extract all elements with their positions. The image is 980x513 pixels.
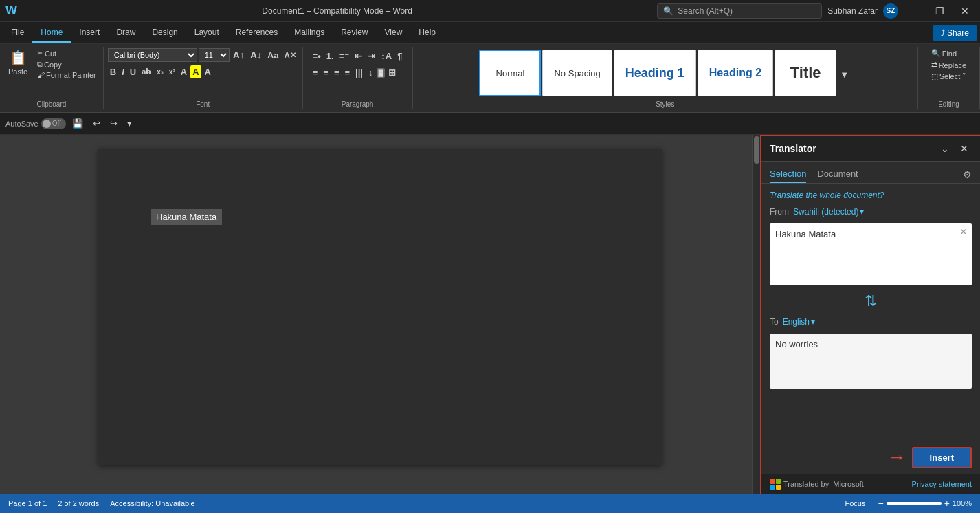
strikethrough-button[interactable]: ab̶	[140, 66, 153, 78]
from-language-button[interactable]: Swahili (detected) ▾	[793, 207, 864, 217]
to-language-label: English	[783, 317, 810, 327]
superscript-button[interactable]: x²	[167, 67, 177, 77]
tab-mailings[interactable]: Mailings	[286, 23, 333, 43]
italic-button[interactable]: I	[120, 65, 126, 78]
insert-button[interactable]: Insert	[912, 447, 972, 468]
decrease-font-button[interactable]: A↓	[248, 48, 264, 62]
zoom-out-button[interactable]: −	[878, 498, 883, 509]
line-spacing-button[interactable]: ↕	[366, 66, 375, 79]
style-heading2[interactable]: Heading 2	[698, 50, 773, 96]
align-center-button[interactable]: ≡	[321, 66, 331, 79]
bold-button[interactable]: B	[108, 65, 118, 78]
title-bar-right: 🔍 Search (Alt+Q) Subhan Zafar SZ — ❐ ✕	[657, 3, 975, 19]
font-name-select[interactable]: Calibri (Body)	[108, 48, 197, 62]
close-button[interactable]: ✕	[955, 3, 975, 19]
style-no-spacing[interactable]: No Spacing	[542, 50, 612, 96]
replace-button[interactable]: ⇄ Replace	[928, 60, 969, 70]
translator-close-button[interactable]: ✕	[957, 142, 972, 155]
tab-layout[interactable]: Layout	[186, 23, 227, 43]
swap-languages-button[interactable]: ⇅	[770, 292, 972, 310]
underline-button[interactable]: U	[128, 65, 138, 78]
translator-settings-button[interactable]: ⚙	[963, 169, 972, 180]
tab-home[interactable]: Home	[32, 23, 71, 43]
select-button[interactable]: ⬚ Select ˅	[928, 72, 970, 82]
sort-button[interactable]: ↕A	[379, 50, 394, 63]
align-left-button[interactable]: ≡	[311, 66, 320, 79]
insert-arrow-icon: →	[887, 446, 906, 468]
numbering-button[interactable]: 1.	[324, 50, 336, 63]
tab-help[interactable]: Help	[410, 23, 444, 43]
search-box[interactable]: 🔍 Search (Alt+Q)	[657, 3, 822, 19]
minimize-button[interactable]: —	[904, 3, 924, 19]
align-right-button[interactable]: ≡	[332, 66, 342, 79]
share-button[interactable]: ⤴ Share	[933, 25, 977, 41]
styles-group-label: Styles	[656, 99, 674, 109]
zoom-bar[interactable]	[887, 502, 942, 505]
clear-format-button[interactable]: A✕	[282, 50, 298, 61]
translator-tab-document[interactable]: Document	[817, 166, 858, 183]
cut-button[interactable]: ✂ Cut	[34, 48, 99, 58]
selected-text: Hakuna Matata	[151, 209, 222, 225]
show-hide-button[interactable]: ¶	[395, 50, 404, 63]
focus-button[interactable]: Focus	[841, 498, 870, 509]
change-case-button[interactable]: Aa	[265, 49, 281, 62]
font-bg-button[interactable]: A	[203, 65, 213, 78]
increase-font-button[interactable]: A↑	[231, 48, 247, 62]
autosave-toggle[interactable]: Off	[41, 118, 66, 129]
result-text-box: No worries	[770, 334, 972, 389]
user-avatar[interactable]: SZ	[883, 3, 898, 19]
translator-chevron-button[interactable]: ⌄	[937, 142, 953, 155]
styles-expand-button[interactable]: ▼	[838, 68, 851, 81]
cut-label: Cut	[45, 50, 56, 58]
tab-draw[interactable]: Draw	[108, 23, 144, 43]
translator-tab-selection[interactable]: Selection	[770, 166, 806, 183]
font-size-select[interactable]: 11	[199, 48, 230, 62]
redo-button[interactable]: ↪	[107, 116, 121, 131]
tab-insert[interactable]: Insert	[71, 23, 108, 43]
justify-button[interactable]: ≡	[343, 66, 353, 79]
doc-scrollbar-thumb[interactable]	[754, 136, 759, 164]
increase-indent-button[interactable]: ⇥	[366, 50, 377, 63]
undo-button[interactable]: ↩	[89, 116, 104, 131]
multilevel-list-button[interactable]: ≡⁻	[337, 50, 352, 63]
highlight-color-button[interactable]: A	[190, 65, 201, 78]
bullets-button[interactable]: ≡•	[311, 50, 323, 63]
tab-review[interactable]: Review	[333, 23, 376, 43]
title-bar: W Document1 – Compatibility Mode – Word …	[0, 0, 980, 22]
decrease-indent-button[interactable]: ⇤	[353, 50, 364, 63]
subscript-button[interactable]: x₂	[155, 67, 166, 77]
source-clear-button[interactable]: ✕	[959, 226, 968, 237]
ribbon-tab-bar: File Home Insert Draw Design Layout Refe…	[0, 22, 980, 44]
tab-design[interactable]: Design	[144, 23, 186, 43]
find-button[interactable]: 🔍 Find	[928, 48, 959, 58]
customize-quick-access-button[interactable]: ▾	[124, 116, 135, 131]
maximize-button[interactable]: ❐	[930, 3, 950, 19]
shading-button[interactable]: ▓	[377, 68, 386, 78]
style-heading1[interactable]: Heading 1	[614, 50, 696, 96]
format-painter-button[interactable]: 🖌 Format Painter	[34, 70, 99, 80]
tab-file[interactable]: File	[3, 23, 32, 43]
title-bar-left: W	[5, 3, 17, 18]
doc-vertical-scrollbar[interactable]	[752, 135, 760, 494]
copy-button[interactable]: ⧉ Copy	[34, 59, 99, 69]
tab-references[interactable]: References	[227, 23, 286, 43]
to-language-button[interactable]: English ▾	[783, 317, 815, 327]
paragraph-group: ≡• 1. ≡⁻ ⇤ ⇥ ↕A ¶ ≡ ≡ ≡ ≡ ||| ↕ ▓ ⊞ Para…	[303, 47, 413, 109]
font-color-button[interactable]: A	[179, 65, 189, 78]
word-logo-icon: W	[5, 3, 17, 18]
from-language-label: Swahili (detected)	[793, 207, 858, 217]
footer-ms-label: Microsoft	[833, 480, 864, 488]
translate-whole-link[interactable]: Translate the whole document?	[770, 190, 972, 200]
columns-button[interactable]: |||	[353, 66, 365, 79]
privacy-link[interactable]: Privacy statement	[912, 480, 972, 488]
style-normal[interactable]: Normal	[479, 50, 541, 96]
zoom-in-button[interactable]: +	[944, 498, 950, 509]
ribbon: 📋 Paste ✂ Cut ⧉ Copy 🖌 Format Painter Cl…	[0, 44, 980, 113]
paste-button[interactable]: 📋 Paste	[4, 48, 32, 77]
style-title[interactable]: Title	[775, 50, 836, 96]
quick-access-bar: AutoSave Off 💾 ↩ ↪ ▾	[0, 113, 980, 135]
document-page: Hakuna Matata	[98, 149, 662, 465]
borders-button[interactable]: ⊞	[386, 66, 398, 79]
save-button[interactable]: 💾	[69, 116, 87, 131]
tab-view[interactable]: View	[377, 23, 411, 43]
